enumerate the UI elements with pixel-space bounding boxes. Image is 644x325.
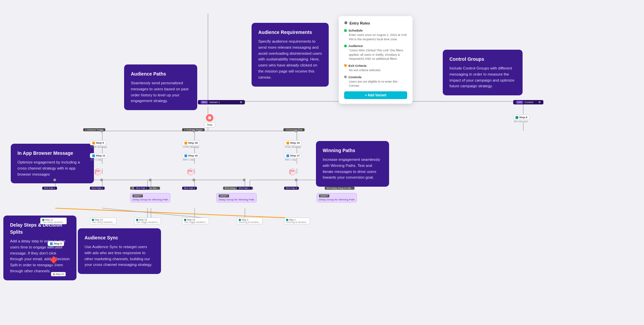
step7-node: Step 7 — [187, 169, 194, 175]
draft-label-right: DRAFT — [319, 194, 329, 197]
step8-icon — [516, 116, 518, 119]
draft-label-mid: DRAFT — [219, 194, 229, 197]
entry-rules-icon: ⚙ — [344, 21, 347, 25]
entry-dot — [206, 114, 213, 122]
step6-node: Step 6 — [95, 169, 101, 175]
path-label-right-1: 50% Path 1 — [237, 187, 252, 190]
delay-steps-tooltip: Delay Steps & Decision Splits Add a dela… — [3, 216, 76, 280]
step8-node: Step 8 We miss you! — [513, 115, 530, 123]
control-label: Control — [525, 101, 533, 104]
step5-icon — [92, 142, 95, 144]
draft-block-right: DRAFT Delay Group for Winning Path — [317, 193, 357, 202]
step19-node: Step 19 HTML Message — [284, 140, 302, 148]
exit-dot — [344, 64, 347, 67]
variant1-label: Variant 1 — [209, 101, 220, 104]
in-app-browser-tooltip: In App Browser Message Optimize engageme… — [11, 144, 94, 183]
step15-icon — [136, 219, 138, 221]
schedule-text: Enter users once on August 2, 2024 at 3:… — [344, 33, 407, 41]
draft-text-mid: Delay Group for Winning Path — [219, 198, 254, 201]
conn-dot-1 — [100, 130, 103, 132]
control-settings[interactable]: ⚙ — [538, 101, 541, 104]
variant1-pct: 90% — [201, 101, 208, 104]
step9-node: Step 9 — [289, 169, 296, 175]
step15-node: Step 15 Your veggie sandwich... — [134, 218, 161, 224]
step17-node: Step 17 After 1 day — [284, 153, 302, 161]
step13-node: Step 13 Your turkey sandwich... — [90, 218, 116, 224]
entry-step-node: Step — [204, 114, 215, 127]
rule-exit: Exit Criteria No exit criteria selected. — [344, 64, 407, 73]
svg-line-30 — [102, 208, 208, 218]
conn-dot-5 — [100, 179, 103, 181]
rule-controls: Controls Users are not eligible to re-en… — [344, 75, 407, 88]
step2-icon — [239, 219, 241, 221]
control-bar[interactable]: 10% Control ⚙ — [513, 100, 543, 104]
step12-icon — [42, 219, 44, 221]
conn-dot-9 — [295, 179, 298, 181]
audience-dot — [344, 45, 347, 47]
audience-sync-body: Use Audience Sync to retarget users with… — [85, 244, 154, 268]
controls-text: Users are not eligible to re-enter this … — [344, 80, 407, 88]
step14-node: Step 14 Your veggie sandwich... — [182, 218, 209, 224]
path-label-mid-1: 50% Path 1 — [134, 187, 149, 190]
in-app-browser-body: Optimize engagement by including a cross… — [17, 159, 87, 177]
winning-paths-tooltip: Winning Paths Increase engagement seamle… — [316, 141, 389, 187]
step19-icon — [286, 142, 289, 144]
step14-icon — [184, 219, 186, 221]
draft-block-mid: DRAFT Delay Group for Winning Path — [216, 193, 257, 202]
exit-text: No exit criteria selected. — [344, 68, 407, 73]
step5-node: Step 5 HTML Message — [90, 140, 107, 148]
step16-icon — [184, 154, 187, 157]
path-label-mid-2: 50% Path 2 — [182, 187, 197, 190]
audience-requirements-title: Audience Requirements — [258, 29, 322, 36]
winning-paths-body: Increase engagement seamlessly with Winn… — [323, 157, 382, 181]
conn-dot-7 — [193, 179, 195, 181]
variant1-settings[interactable]: ⚙ — [240, 101, 242, 104]
audience-label-3: 3 Everyone Else — [283, 128, 305, 131]
rule-audience: Audience "Users Who Clicked This Link" (… — [344, 44, 407, 61]
step-label: Step — [204, 122, 215, 127]
canvas: ⚙ Entry Rules Schedule Enter users once … — [0, 0, 644, 325]
control-groups-tooltip: Control Groups Include Control Groups wi… — [443, 50, 523, 95]
step18-node: Step 18 HTML Message — [182, 140, 200, 148]
path-label-left-1: 50% Path 1 — [42, 187, 57, 190]
controls-dot — [344, 76, 347, 78]
step3-node: Step 3 After 3 days — [48, 241, 64, 249]
step16-node: Step 16 After 1 day — [182, 153, 200, 161]
step4-diamond — [50, 256, 58, 264]
audience-requirements-tooltip: Audience Requirements Specify audience r… — [252, 23, 329, 87]
step10-node: Step 10 — [51, 272, 66, 276]
step4-node: Step 4 — [50, 257, 57, 266]
step1-node: Step 1 Sourcing at Sandwic... — [284, 218, 310, 224]
rule-schedule: Schedule Enter users once on August 2, 2… — [344, 29, 407, 41]
step11-node: Step 11 After 1 day — [90, 153, 108, 161]
step12-node: Step 12 Your turkey sandwich... — [40, 218, 67, 224]
draft-block-left: DRAFT Delay Group for Winning Path — [130, 193, 170, 202]
step1-icon — [286, 219, 288, 221]
step11-icon — [92, 154, 95, 157]
control-groups-body: Include Control Groups with different me… — [449, 65, 516, 89]
audience-sync-title: Audience Sync — [85, 234, 154, 241]
audience-paths-tooltip: Audience Paths Seamlessly send personali… — [124, 64, 197, 110]
step2-node: Step 2 Sourcing at Sandwic... — [237, 218, 263, 224]
path-label-left-2: 50% Path 2 — [90, 187, 105, 190]
audience-requirements-body: Specify audience requirements to send mo… — [258, 39, 322, 81]
variant1-bar[interactable]: 90% Variant 1 ⚙ — [198, 100, 245, 104]
conn-dot-8 — [243, 179, 246, 181]
step17-icon — [286, 154, 289, 157]
svg-line-29 — [55, 208, 297, 218]
audience-text: "Users Who Clicked This Link" (No filter… — [344, 48, 407, 61]
add-variant-button[interactable]: + Add Variant — [344, 91, 407, 99]
entry-rules-title: ⚙ Entry Rules — [344, 21, 407, 25]
step13-icon — [92, 219, 94, 221]
entry-rules-panel: ⚙ Entry Rules Schedule Enter users once … — [339, 16, 413, 104]
winning-paths-title: Winning Paths — [323, 147, 382, 154]
audience-sync-tooltip: Audience Sync Use Audience Sync to retar… — [78, 228, 161, 274]
conn-dot-3 — [295, 130, 298, 132]
path-label-right-2: 50% Path 2 — [284, 187, 299, 190]
draft-text-right: Delay Group for Winning Path — [319, 198, 355, 201]
path-label-right-win: 50% Delay Group for Win... — [325, 187, 355, 190]
conn-dot-4 — [53, 179, 56, 181]
control-groups-title: Control Groups — [449, 56, 516, 63]
draft-label-left: DRAFT — [132, 194, 143, 197]
svg-point-39 — [208, 116, 211, 120]
